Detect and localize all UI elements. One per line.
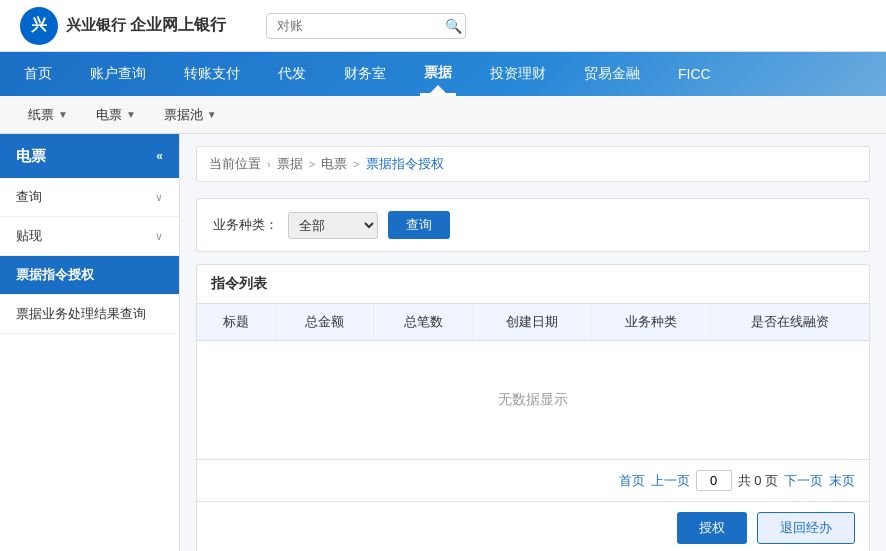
- sidebar: 电票 « 查询 ∨ 贴现 ∨ 票据指令授权 票据业务处理结果查询: [0, 134, 180, 551]
- pagination-next[interactable]: 下一页: [784, 472, 823, 490]
- sidebar-header: 电票 «: [0, 134, 179, 178]
- nav-item-transfer[interactable]: 转账支付: [180, 52, 244, 96]
- sub-nav: 纸票 ▼ 电票 ▼ 票据池 ▼: [0, 96, 886, 134]
- nav-item-bill[interactable]: 票据: [420, 52, 456, 96]
- pagination-last[interactable]: 末页: [829, 472, 855, 490]
- return-button[interactable]: 退回经办: [757, 512, 855, 544]
- no-data-text: 无数据显示: [197, 341, 869, 460]
- col-count: 总笔数: [374, 304, 473, 341]
- col-type: 业务种类: [592, 304, 711, 341]
- nav-item-account[interactable]: 账户查询: [86, 52, 150, 96]
- authorize-button[interactable]: 授权: [677, 512, 747, 544]
- content-area: 当前位置 › 票据 > 电票 > 票据指令授权 业务种类： 全部 承兑 贴现 质…: [180, 134, 886, 551]
- main-nav: 首页 账户查询 转账支付 代发 财务室 票据 投资理财 贸易金融 FICC: [0, 52, 886, 96]
- filter-label: 业务种类：: [213, 216, 278, 234]
- col-title: 标题: [197, 304, 275, 341]
- table-section: 指令列表 标题 总金额 总笔数 创建日期 业务种类 是否在线融资 无数据显示: [196, 264, 870, 551]
- breadcrumb: 当前位置 › 票据 > 电票 > 票据指令授权: [196, 146, 870, 182]
- paper-arrow-icon: ▼: [58, 109, 68, 120]
- breadcrumb-sep1: ›: [267, 158, 271, 170]
- sidebar-title: 电票: [16, 147, 46, 166]
- nav-item-investment[interactable]: 投资理财: [486, 52, 550, 96]
- sidebar-item-discount[interactable]: 贴现 ∨: [0, 217, 179, 256]
- pagination-prev[interactable]: 上一页: [651, 472, 690, 490]
- pagination: 首页 上一页 共 0 页 下一页 末页: [197, 459, 869, 501]
- nav-item-trade[interactable]: 贸易金融: [580, 52, 644, 96]
- nav-item-ficc[interactable]: FICC: [674, 52, 715, 96]
- business-type-select[interactable]: 全部 承兑 贴现 质押 转贴现: [288, 212, 378, 239]
- sidebar-collapse-icon[interactable]: «: [156, 149, 163, 163]
- main-layout: 电票 « 查询 ∨ 贴现 ∨ 票据指令授权 票据业务处理结果查询 当前位置 › …: [0, 134, 886, 551]
- col-amount: 总金额: [275, 304, 374, 341]
- bank-logo-icon: 兴: [20, 7, 58, 45]
- nav-item-finance[interactable]: 财务室: [340, 52, 390, 96]
- breadcrumb-item1: 票据: [277, 155, 303, 173]
- search-bar[interactable]: 🔍: [266, 13, 466, 39]
- table-header-row: 标题 总金额 总笔数 创建日期 业务种类 是否在线融资: [197, 304, 869, 341]
- page-number-input[interactable]: [696, 470, 732, 491]
- pool-arrow-icon: ▼: [207, 109, 217, 120]
- nav-item-home[interactable]: 首页: [20, 52, 56, 96]
- col-online: 是否在线融资: [711, 304, 869, 341]
- bank-name-cn: 兴业银行: [66, 16, 126, 35]
- filter-bar: 业务种类： 全部 承兑 贴现 质押 转贴现 查询: [196, 198, 870, 252]
- sidebar-item-query[interactable]: 查询 ∨: [0, 178, 179, 217]
- breadcrumb-item2: 电票: [321, 155, 347, 173]
- subnav-item-pool[interactable]: 票据池 ▼: [152, 96, 229, 134]
- sidebar-item-authorize[interactable]: 票据指令授权: [0, 256, 179, 295]
- discount-expand-icon: ∨: [155, 230, 163, 243]
- search-input[interactable]: [277, 18, 445, 33]
- breadcrumb-prefix: 当前位置: [209, 155, 261, 173]
- table-title: 指令列表: [197, 265, 869, 304]
- subnav-item-paper[interactable]: 纸票 ▼: [16, 96, 80, 134]
- breadcrumb-sep2: >: [309, 158, 315, 170]
- data-table: 标题 总金额 总笔数 创建日期 业务种类 是否在线融资 无数据显示: [197, 304, 869, 459]
- breadcrumb-current: 票据指令授权: [366, 155, 444, 173]
- search-icon[interactable]: 🔍: [445, 18, 462, 34]
- sidebar-item-result[interactable]: 票据业务处理结果查询: [0, 295, 179, 334]
- breadcrumb-sep3: >: [353, 158, 359, 170]
- logo-area: 兴 兴业银行 企业网上银行: [20, 7, 226, 45]
- pagination-first[interactable]: 首页: [619, 472, 645, 490]
- col-date: 创建日期: [473, 304, 592, 341]
- subnav-item-ebill[interactable]: 电票 ▼: [84, 96, 148, 134]
- nav-item-agency[interactable]: 代发: [274, 52, 310, 96]
- pagination-total: 共 0 页: [738, 472, 778, 490]
- query-button[interactable]: 查询: [388, 211, 450, 239]
- bottom-buttons: 授权 退回经办: [197, 501, 869, 551]
- query-expand-icon: ∨: [155, 191, 163, 204]
- header: 兴 兴业银行 企业网上银行 🔍: [0, 0, 886, 52]
- ebill-arrow-icon: ▼: [126, 109, 136, 120]
- no-data-row: 无数据显示: [197, 341, 869, 460]
- bank-name-sub: 企业网上银行: [130, 15, 226, 36]
